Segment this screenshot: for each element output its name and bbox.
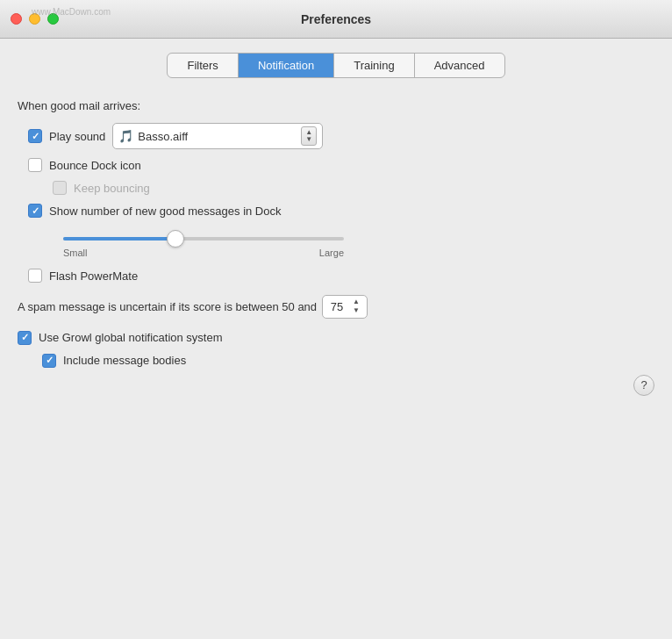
titlebar: www.MacDown.com Preferences [0, 0, 672, 39]
keep-bouncing-row: Keep bouncing [53, 181, 654, 195]
bounce-dock-label: Bounce Dock icon [49, 159, 141, 172]
slider-thumb[interactable] [167, 230, 184, 248]
show-number-row: Show number of new good messages in Dock [28, 204, 654, 218]
tab-notification[interactable]: Notification [239, 54, 334, 77]
show-number-label: Show number of new good messages in Dock [49, 205, 281, 218]
play-sound-row: Play sound 🎵 Basso.aiff ▲ ▼ [28, 123, 654, 149]
include-bodies-label: Include message bodies [63, 354, 186, 367]
keep-bouncing-checkbox [53, 181, 67, 195]
music-note-icon: 🎵 [118, 128, 132, 144]
tab-bar: Filters Notification Training Advanced [167, 53, 504, 78]
slider-label-large: Large [319, 248, 344, 258]
sound-selector-left: 🎵 Basso.aiff [118, 128, 188, 144]
use-growl-row: Use Growl global notification system [18, 331, 654, 345]
tabs-container: Filters Notification Training Advanced [18, 53, 654, 78]
spam-section: A spam message is uncertain if its score… [18, 295, 654, 319]
sound-selector[interactable]: 🎵 Basso.aiff ▲ ▼ [112, 123, 323, 149]
spam-number-value: 75 [326, 298, 347, 316]
slider-container: Small Large [63, 230, 654, 258]
flash-powermate-label: Flash PowerMate [49, 269, 138, 283]
bounce-dock-checkbox[interactable] [28, 158, 42, 172]
keep-bouncing-label: Keep bouncing [74, 182, 150, 195]
sound-name: Basso.aiff [138, 130, 188, 143]
play-sound-label: Play sound [49, 130, 105, 143]
spam-number-field[interactable]: 75 ▲ ▼ [322, 295, 368, 319]
spam-text: A spam message is uncertain if its score… [18, 295, 654, 319]
tab-filters[interactable]: Filters [168, 54, 238, 77]
slider-label-small: Small [63, 248, 88, 258]
help-button[interactable]: ? [633, 375, 654, 396]
use-growl-checkbox[interactable] [18, 331, 32, 345]
stepper-up-arrow-icon: ▲ [349, 298, 363, 306]
tab-advanced[interactable]: Advanced [415, 54, 504, 77]
window-title: Preferences [301, 12, 371, 26]
sound-stepper[interactable]: ▲ ▼ [301, 126, 317, 146]
option-group: Play sound 🎵 Basso.aiff ▲ ▼ Bounce Dock … [28, 123, 654, 283]
slider-labels: Small Large [63, 248, 344, 258]
flash-powermate-row: Flash PowerMate [28, 269, 654, 283]
stepper-down-arrow-icon: ▼ [349, 306, 363, 315]
spam-text-before: A spam message is uncertain if its score… [18, 298, 317, 316]
play-sound-checkbox[interactable] [28, 129, 42, 143]
flash-powermate-checkbox[interactable] [28, 269, 42, 283]
stepper-down-icon: ▼ [305, 136, 312, 143]
slider-background [63, 237, 344, 241]
help-button-row: ? [18, 375, 654, 396]
tab-training[interactable]: Training [334, 54, 414, 77]
spam-number-stepper[interactable]: ▲ ▼ [349, 298, 363, 316]
main-content: Filters Notification Training Advanced W… [0, 39, 672, 639]
use-growl-label: Use Growl global notification system [39, 331, 223, 344]
include-bodies-checkbox[interactable] [42, 354, 56, 368]
bounce-dock-row: Bounce Dock icon [28, 158, 654, 172]
watermark-text: www.MacDown.com [32, 7, 111, 17]
include-bodies-row: Include message bodies [42, 354, 654, 368]
growl-section: Use Growl global notification system Inc… [18, 331, 654, 368]
show-number-checkbox[interactable] [28, 204, 42, 218]
section-label: When good mail arrives: [18, 99, 654, 112]
slider-track[interactable] [63, 230, 344, 248]
close-button[interactable] [11, 13, 22, 25]
slider-fill [63, 237, 181, 241]
